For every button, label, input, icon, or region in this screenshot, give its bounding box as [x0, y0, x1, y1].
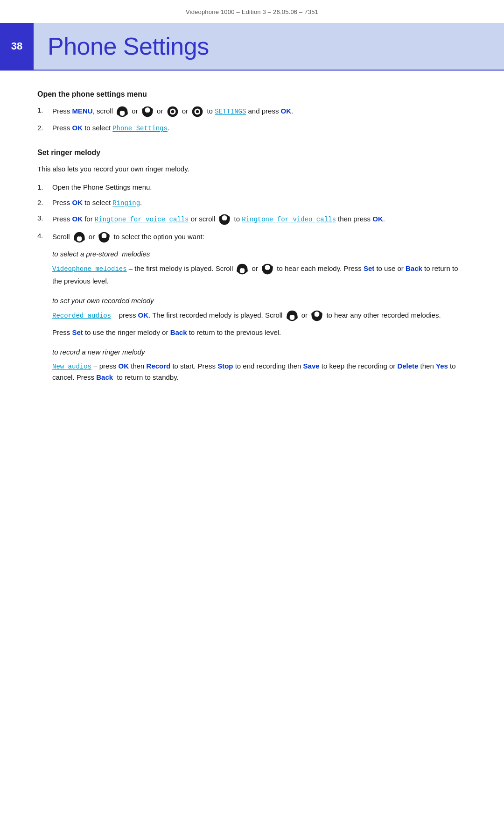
videophone-melodies-link: Videophone melodies — [52, 265, 127, 272]
step-content: Press OK to select Ringing. — [52, 198, 467, 208]
delete-label: Delete — [397, 362, 418, 370]
sub-label-recorded: to set your own recorded melody — [52, 295, 467, 306]
back-label3: Back — [96, 373, 113, 381]
stop-label: Stop — [217, 362, 233, 370]
content-area: Open the phone settings menu 1. Press ME… — [0, 71, 504, 417]
ok-label2: OK — [72, 124, 83, 132]
section2-heading: Set ringer melody — [37, 149, 467, 157]
step2-3: 3. Press OK for Ringtone for voice calls… — [37, 213, 467, 226]
section2-intro: This also lets you record your own ringe… — [37, 163, 467, 175]
scroll-up-icon — [116, 105, 129, 118]
page-wrapper: Videophone 1000 – Edition 3 – 26.05.06 –… — [0, 0, 504, 417]
step2-1: 1. Open the Phone Settings menu. — [37, 182, 467, 193]
header-label: Videophone 1000 – Edition 3 – 26.05.06 –… — [186, 8, 318, 15]
scroll-down-icon4 — [261, 262, 274, 276]
sub-section-recorded: to set your own recorded melody Recorded… — [52, 295, 467, 338]
ok-new: OK — [119, 362, 129, 370]
section1-heading: Open the phone settings menu — [37, 90, 467, 99]
scroll-up-icon3 — [236, 262, 249, 276]
ok-s3b: OK — [372, 214, 383, 222]
step-num: 1. — [37, 105, 52, 116]
yes-label: Yes — [436, 362, 448, 370]
step-content: Press OK for Ringtone for voice calls or… — [52, 213, 467, 226]
page-number: 38 — [0, 23, 34, 70]
recorded-audios-para2: Press Set to use the ringer melody or Ba… — [52, 327, 467, 338]
save-label: Save — [303, 362, 320, 370]
step-content: Press OK to select Phone Settings. — [52, 123, 467, 134]
record-label: Record — [147, 362, 171, 370]
ok-rec: OK — [138, 311, 149, 319]
ringtone-voice-link: Ringtone for voice calls — [95, 215, 189, 223]
set-label: Set — [364, 264, 374, 272]
new-audios-para: New audios – press OK then Record to sta… — [52, 361, 467, 383]
step2-2: 2. Press OK to select Ringing. — [37, 198, 467, 208]
section-open-settings: Open the phone settings menu 1. Press ME… — [37, 90, 467, 134]
scroll-down-icon3 — [98, 231, 111, 244]
set-label2: Set — [72, 328, 83, 336]
recorded-audios-link: Recorded audios — [52, 312, 111, 319]
videophone-melodies-para: Videophone melodies – the first melody i… — [52, 262, 467, 287]
back-label: Back — [406, 264, 422, 272]
step-num: 4. — [37, 231, 52, 241]
step-content: Scroll or to select the option you want: — [52, 231, 467, 244]
new-audios-link: New audios — [52, 363, 91, 370]
page-header: Videophone 1000 – Edition 3 – 26.05.06 –… — [0, 0, 504, 19]
phone-settings-link: Phone Settings — [112, 125, 168, 132]
scroll-down-icon2 — [218, 213, 231, 226]
sub-label-prestored: to select a pre-stored melodies — [52, 248, 467, 260]
menu-label: MENU — [72, 107, 93, 115]
nav-left-icon — [166, 105, 179, 118]
step-content: Open the Phone Settings menu. — [52, 182, 467, 193]
nav-right-icon — [191, 105, 204, 118]
ok-s2: OK — [72, 199, 83, 206]
scroll-down-icon — [141, 105, 154, 118]
settings-link: SETTINGS — [215, 108, 246, 115]
step1-2: 2. Press OK to select Phone Settings. — [37, 123, 467, 134]
page-title: Phone Settings — [34, 32, 209, 60]
scroll-down-icon5 — [310, 309, 323, 322]
step1-1: 1. Press MENU, scroll or or or to SETTIN… — [37, 105, 467, 118]
scroll-up-icon4 — [286, 309, 299, 322]
ok-s3: OK — [72, 214, 83, 222]
step-num: 3. — [37, 213, 52, 224]
ringtone-video-link: Ringtone for video calls — [242, 215, 336, 223]
section-set-ringer: Set ringer melody This also lets you rec… — [37, 149, 467, 383]
sub-section-new-melody: to record a new ringer melody New audios… — [52, 347, 467, 383]
step-num: 2. — [37, 198, 52, 208]
title-bar: 38 Phone Settings — [0, 23, 504, 70]
step-content: Press MENU, scroll or or or to SETTINGS … — [52, 105, 467, 118]
sub-section-prestored: to select a pre-stored melodies Videopho… — [52, 248, 467, 287]
scroll-up-icon2 — [73, 231, 86, 244]
ringing-link: Ringing — [112, 199, 140, 207]
sub-label-new: to record a new ringer melody — [52, 347, 467, 358]
step2-4: 4. Scroll or to select the option you wa… — [37, 231, 467, 244]
step-num: 1. — [37, 182, 52, 193]
recorded-audios-para: Recorded audios – press OK. The first re… — [52, 309, 467, 322]
step-num: 2. — [37, 123, 52, 134]
ok-label: OK — [281, 107, 292, 115]
back-label2: Back — [170, 328, 187, 336]
